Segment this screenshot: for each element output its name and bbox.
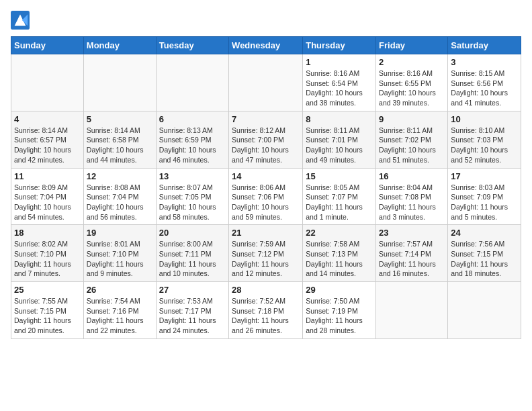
calendar-cell: 22Sunrise: 7:58 AMSunset: 7:13 PMDayligh… [303, 225, 376, 282]
day-number: 27 [159, 285, 226, 295]
day-info: Sunrise: 8:04 AMSunset: 7:08 PMDaylight:… [379, 183, 445, 222]
day-number: 8 [306, 114, 373, 124]
day-number: 3 [451, 57, 518, 67]
day-number: 29 [306, 285, 373, 295]
day-number: 7 [232, 114, 300, 124]
day-number: 6 [159, 114, 226, 124]
calendar-week-row: 18Sunrise: 8:02 AMSunset: 7:10 PMDayligh… [11, 225, 521, 282]
day-info: Sunrise: 8:10 AMSunset: 7:03 PMDaylight:… [451, 126, 518, 165]
day-number: 22 [306, 228, 373, 238]
day-info: Sunrise: 8:08 AMSunset: 7:04 PMDaylight:… [87, 183, 153, 222]
day-number: 11 [14, 171, 81, 181]
day-info: Sunrise: 7:57 AMSunset: 7:14 PMDaylight:… [379, 239, 445, 279]
calendar-cell: 17Sunrise: 8:03 AMSunset: 7:09 PMDayligh… [448, 168, 521, 225]
day-number: 15 [306, 171, 373, 181]
calendar-cell: 26Sunrise: 7:54 AMSunset: 7:16 PMDayligh… [83, 282, 156, 339]
calendar-cell: 12Sunrise: 8:08 AMSunset: 7:04 PMDayligh… [83, 168, 156, 225]
weekday-header-wednesday: Wednesday [229, 37, 303, 54]
calendar-cell [448, 282, 521, 339]
calendar-cell [11, 54, 84, 111]
day-number: 17 [451, 171, 518, 181]
calendar-cell: 25Sunrise: 7:55 AMSunset: 7:15 PMDayligh… [11, 282, 84, 339]
day-info: Sunrise: 8:14 AMSunset: 6:58 PMDaylight:… [87, 126, 153, 165]
calendar-cell: 3Sunrise: 8:15 AMSunset: 6:56 PMDaylight… [448, 54, 521, 111]
calendar-cell: 4Sunrise: 8:14 AMSunset: 6:57 PMDaylight… [11, 111, 84, 168]
day-info: Sunrise: 8:16 AMSunset: 6:54 PMDaylight:… [306, 68, 373, 108]
day-number: 16 [379, 171, 445, 181]
day-info: Sunrise: 8:03 AMSunset: 7:09 PMDaylight:… [451, 183, 518, 222]
calendar-cell: 14Sunrise: 8:06 AMSunset: 7:06 PMDayligh… [229, 168, 303, 225]
day-info: Sunrise: 7:59 AMSunset: 7:12 PMDaylight:… [232, 239, 300, 279]
calendar-cell: 11Sunrise: 8:09 AMSunset: 7:04 PMDayligh… [11, 168, 84, 225]
day-number: 21 [232, 228, 300, 238]
calendar-header-row: SundayMondayTuesdayWednesdayThursdayFrid… [11, 37, 521, 54]
day-number: 25 [14, 285, 81, 295]
day-number: 23 [379, 228, 445, 238]
day-number: 20 [159, 228, 226, 238]
weekday-header-saturday: Saturday [448, 37, 521, 54]
day-info: Sunrise: 7:50 AMSunset: 7:19 PMDaylight:… [306, 296, 373, 336]
calendar-cell: 29Sunrise: 7:50 AMSunset: 7:19 PMDayligh… [303, 282, 376, 339]
day-info: Sunrise: 8:16 AMSunset: 6:55 PMDaylight:… [379, 68, 445, 108]
day-info: Sunrise: 7:55 AMSunset: 7:15 PMDaylight:… [14, 296, 81, 336]
calendar-cell: 2Sunrise: 8:16 AMSunset: 6:55 PMDaylight… [376, 54, 448, 111]
day-number: 4 [14, 114, 81, 124]
day-number: 9 [379, 114, 445, 124]
day-info: Sunrise: 8:06 AMSunset: 7:06 PMDaylight:… [232, 183, 300, 222]
calendar-cell [376, 282, 448, 339]
calendar-cell: 16Sunrise: 8:04 AMSunset: 7:08 PMDayligh… [376, 168, 448, 225]
weekday-header-tuesday: Tuesday [156, 37, 228, 54]
calendar-cell: 20Sunrise: 8:00 AMSunset: 7:11 PMDayligh… [156, 225, 228, 282]
weekday-header-thursday: Thursday [303, 37, 376, 54]
calendar-cell: 10Sunrise: 8:10 AMSunset: 7:03 PMDayligh… [448, 111, 521, 168]
day-number: 24 [451, 228, 518, 238]
calendar-week-row: 1Sunrise: 8:16 AMSunset: 6:54 PMDaylight… [11, 54, 521, 111]
calendar-cell: 13Sunrise: 8:07 AMSunset: 7:05 PMDayligh… [156, 168, 228, 225]
weekday-header-friday: Friday [376, 37, 448, 54]
calendar-cell [229, 54, 303, 111]
calendar-cell: 6Sunrise: 8:13 AMSunset: 6:59 PMDaylight… [156, 111, 228, 168]
logo-icon [11, 11, 30, 30]
day-number: 1 [306, 57, 373, 67]
day-info: Sunrise: 8:11 AMSunset: 7:02 PMDaylight:… [379, 126, 445, 165]
day-info: Sunrise: 8:12 AMSunset: 7:00 PMDaylight:… [232, 126, 300, 165]
day-info: Sunrise: 7:54 AMSunset: 7:16 PMDaylight:… [87, 296, 153, 336]
calendar-cell: 24Sunrise: 7:56 AMSunset: 7:15 PMDayligh… [448, 225, 521, 282]
logo [11, 11, 32, 30]
day-number: 12 [87, 171, 153, 181]
day-number: 28 [232, 285, 300, 295]
day-number: 26 [87, 285, 153, 295]
day-info: Sunrise: 7:53 AMSunset: 7:17 PMDaylight:… [159, 296, 226, 336]
weekday-header-sunday: Sunday [11, 37, 84, 54]
day-info: Sunrise: 8:11 AMSunset: 7:01 PMDaylight:… [306, 126, 373, 165]
day-number: 14 [232, 171, 300, 181]
day-info: Sunrise: 8:13 AMSunset: 6:59 PMDaylight:… [159, 126, 226, 165]
calendar-cell [83, 54, 156, 111]
day-info: Sunrise: 7:56 AMSunset: 7:15 PMDaylight:… [451, 239, 518, 279]
calendar-cell: 23Sunrise: 7:57 AMSunset: 7:14 PMDayligh… [376, 225, 448, 282]
calendar-week-row: 11Sunrise: 8:09 AMSunset: 7:04 PMDayligh… [11, 168, 521, 225]
day-number: 10 [451, 114, 518, 124]
calendar-cell: 1Sunrise: 8:16 AMSunset: 6:54 PMDaylight… [303, 54, 376, 111]
calendar-cell [156, 54, 228, 111]
calendar-cell: 7Sunrise: 8:12 AMSunset: 7:00 PMDaylight… [229, 111, 303, 168]
page-header [11, 11, 521, 30]
day-number: 19 [87, 228, 153, 238]
day-info: Sunrise: 8:01 AMSunset: 7:10 PMDaylight:… [87, 239, 153, 279]
day-info: Sunrise: 8:09 AMSunset: 7:04 PMDaylight:… [14, 183, 81, 222]
calendar-cell: 28Sunrise: 7:52 AMSunset: 7:18 PMDayligh… [229, 282, 303, 339]
day-number: 13 [159, 171, 226, 181]
calendar-cell: 5Sunrise: 8:14 AMSunset: 6:58 PMDaylight… [83, 111, 156, 168]
calendar-cell: 21Sunrise: 7:59 AMSunset: 7:12 PMDayligh… [229, 225, 303, 282]
calendar-table: SundayMondayTuesdayWednesdayThursdayFrid… [11, 36, 521, 339]
calendar-cell: 27Sunrise: 7:53 AMSunset: 7:17 PMDayligh… [156, 282, 228, 339]
day-info: Sunrise: 8:14 AMSunset: 6:57 PMDaylight:… [14, 126, 81, 165]
day-info: Sunrise: 8:05 AMSunset: 7:07 PMDaylight:… [306, 183, 373, 222]
calendar-week-row: 25Sunrise: 7:55 AMSunset: 7:15 PMDayligh… [11, 282, 521, 339]
day-info: Sunrise: 8:07 AMSunset: 7:05 PMDaylight:… [159, 183, 226, 222]
weekday-header-monday: Monday [83, 37, 156, 54]
calendar-cell: 19Sunrise: 8:01 AMSunset: 7:10 PMDayligh… [83, 225, 156, 282]
day-info: Sunrise: 7:52 AMSunset: 7:18 PMDaylight:… [232, 296, 300, 336]
calendar-cell: 9Sunrise: 8:11 AMSunset: 7:02 PMDaylight… [376, 111, 448, 168]
calendar-week-row: 4Sunrise: 8:14 AMSunset: 6:57 PMDaylight… [11, 111, 521, 168]
